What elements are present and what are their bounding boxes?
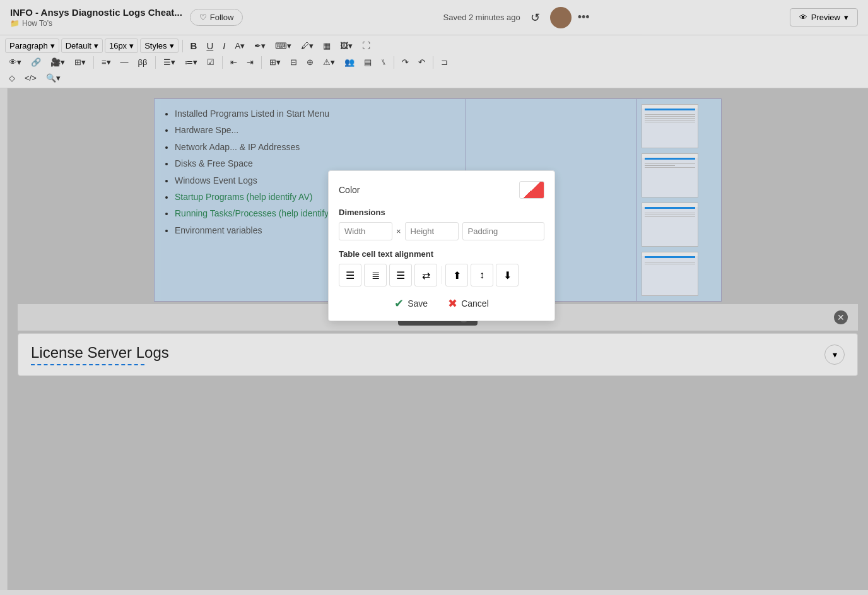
valign-top-button[interactable]: ⬆ [445, 264, 468, 286]
table-cell-properties-modal: Color Dimensions × Table cell text align… [328, 170, 555, 321]
modal-color-label: Color [339, 185, 360, 195]
padding-input[interactable] [462, 222, 544, 240]
checkmark-icon: ✔ [394, 297, 404, 310]
valign-bottom-button[interactable]: ⬇ [496, 264, 519, 286]
width-input[interactable] [339, 222, 392, 240]
modal-dimensions-row: × [339, 222, 544, 240]
align-right-button[interactable]: ☰ [389, 264, 412, 286]
align-justify-button[interactable]: ⇄ [414, 264, 437, 286]
modal-cancel-button[interactable]: ✖ Cancel [448, 297, 489, 310]
modal-color-row: Color [339, 181, 544, 199]
modal-align-label: Table cell text alignment [339, 249, 544, 259]
modal-overlay: Color Dimensions × Table cell text align… [0, 0, 868, 595]
dimension-separator: × [396, 227, 401, 236]
color-swatch[interactable] [519, 181, 544, 199]
valign-middle-button[interactable]: ↕ [471, 264, 493, 286]
modal-dimensions-label: Dimensions [339, 208, 544, 217]
align-left-button[interactable]: ☰ [339, 264, 361, 286]
modal-save-button[interactable]: ✔ Save [394, 297, 428, 310]
x-icon: ✖ [448, 297, 457, 310]
align-center-button[interactable]: ≣ [364, 264, 387, 286]
modal-align-row: ☰ ≣ ☰ ⇄ ⬆ ↕ ⬇ [339, 264, 544, 286]
modal-actions: ✔ Save ✖ Cancel [339, 297, 544, 310]
height-input[interactable] [405, 222, 459, 240]
